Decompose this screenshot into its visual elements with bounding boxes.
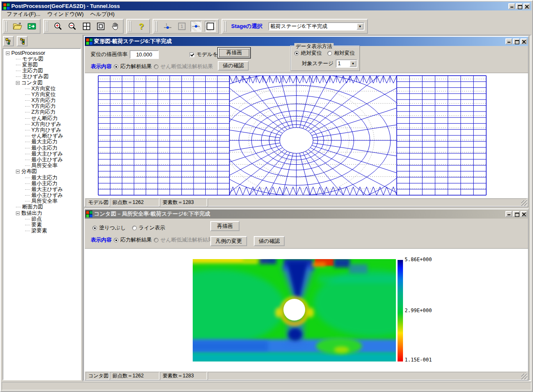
tree-connector [25,195,30,196]
toolbar-group-file [3,19,41,34]
collapse-tree-icon[interactable] [17,36,28,46]
shear-result-label: せん断低減法解析結果 [161,63,213,70]
relative-displacement-label: 相対変位 [334,50,355,57]
tree-connector [25,189,30,190]
tree-connector [16,71,21,71]
contour-window-icon [86,211,92,217]
tree-item[interactable]: 梁要素 [3,228,80,234]
redraw-button[interactable]: 再描画 [210,221,240,231]
svg-text:1: 1 [181,24,183,29]
tree-connector [16,207,21,207]
tree-connector [25,231,30,231]
application-window: PostProcessor(GeoFEAS2D) - Tunnel.loss フ… [0,0,533,392]
tree-expander-icon[interactable] [16,170,20,173]
contour-window: コンタ図－局所安全率-載荷ステージ6:下半完成 塗りつぶし ライン表示 表示内容… [84,209,529,381]
status-spacer [208,372,527,380]
expand-all-tree-icon[interactable] [3,36,14,46]
shear-result-radio[interactable] [154,64,158,69]
tree-connector [16,65,21,65]
stress-result-radio[interactable] [114,64,118,69]
stress-result-radio[interactable] [114,238,118,242]
toolbar-gripper [5,21,8,32]
value-check-button[interactable]: 値の確認 [218,61,249,71]
node-number-icon[interactable]: 1 [162,21,173,32]
legend-max-label: 5.86E+000 [405,257,432,262]
contour-window-titlebar: コンタ図－局所安全率-載荷ステージ6:下半完成 [85,209,528,219]
tree-connector [16,59,21,59]
navigation-panel: PostProcessorモデル図変形図主応力図主ひずみ図コンタ図X方向変位Y方… [2,35,83,381]
maximize-button[interactable] [513,38,520,44]
minimize-button[interactable] [505,38,512,44]
legend-change-button[interactable]: 凡例の変更 [210,236,247,246]
resize-grip[interactable] [521,374,527,379]
deformation-controls: 変位の描画倍率 モデルを描画する 再描画 表示内容 応力解析結果 せん断低減法解… [85,46,528,73]
close-button[interactable] [520,211,527,217]
status-view-type: コンタ図 [86,372,109,380]
tree-item[interactable]: 局所安全率 [3,163,80,169]
tree-expander-icon[interactable] [16,81,20,85]
maximize-button[interactable] [513,211,520,217]
redraw-button-label: 再描画 [217,223,233,230]
toolbar-gripper [45,21,48,32]
tree-connector [25,160,30,160]
content-label: 表示内容 [91,237,112,244]
chevron-down-icon[interactable]: ▼ [349,60,357,67]
toolbar-gripper [155,21,158,32]
node-marks-icon[interactable] [191,21,201,32]
value-check-button[interactable]: 値の確認 [254,236,285,246]
maximize-button[interactable] [516,3,523,9]
window-title: PostProcessor(GeoFEAS2D) - Tunnel.loss [11,3,120,9]
tree-connector [25,154,30,154]
toolbar-group-zoom [43,19,124,34]
pan-hand-icon[interactable] [110,21,120,32]
tree-expander-icon[interactable] [6,51,10,55]
tree-connector [25,94,30,95]
tree-connector [25,124,30,125]
chevron-down-icon[interactable]: ▼ [357,23,364,30]
minimize-button[interactable] [505,211,512,217]
tree-connector [25,112,30,112]
open-file-icon[interactable] [12,21,23,32]
value-check-button-label: 値の確認 [223,62,244,69]
tree-connector [25,178,30,178]
close-button[interactable] [520,38,527,44]
line-display-radio[interactable] [132,226,137,230]
legend-change-button-label: 凡例の変更 [216,238,242,245]
resize-grip[interactable] [521,200,527,206]
help-icon[interactable]: ? [136,21,147,32]
data-display-method-group: データ表示方法 絶対変位 相対変位 対象ステージ 1 ▼ [291,46,360,71]
target-stage-combobox[interactable]: 1 ▼ [336,59,357,68]
tree-item[interactable]: モデル図 [3,56,80,62]
absolute-displacement-radio[interactable] [294,51,299,56]
tree-expander-icon[interactable] [16,211,20,215]
export-model-icon[interactable] [26,21,37,32]
toolbar-group-help: ? [126,19,150,34]
zoom-in-icon[interactable] [53,21,64,32]
menu-file[interactable]: ファイル(F)... [3,10,44,19]
tree-item[interactable]: 節点 [3,216,80,222]
shear-result-radio[interactable] [154,238,158,242]
legend-mid-label: 2.99E+000 [405,308,432,313]
tree-connector [25,106,30,107]
zoom-fit-icon[interactable] [81,21,92,32]
zoom-window-icon[interactable] [95,21,106,32]
toolbar: ? 1 1 Stageの選択 載荷ステージ6:下半完成 ▼ [2,18,531,34]
element-outline-icon[interactable] [205,21,216,32]
tree-connector [25,225,30,225]
fill-display-radio[interactable] [92,226,97,230]
status-spacer [208,199,527,206]
scale-input[interactable] [130,50,159,59]
stage-select-value: 載荷ステージ6:下半完成 [270,23,327,30]
menu-help[interactable]: ヘルプ(H) [87,10,118,19]
tree-item[interactable]: 数値出力 [3,210,80,216]
element-number-icon[interactable]: 1 [176,21,187,32]
zoom-out-icon[interactable] [67,21,78,32]
svg-text:1: 1 [166,23,168,26]
close-button[interactable] [523,3,530,9]
relative-displacement-radio[interactable] [327,51,332,56]
menu-window[interactable]: ウィンドウ(W) [44,10,87,19]
stage-select-combobox[interactable]: 載荷ステージ6:下半完成 ▼ [268,22,365,31]
draw-model-checkbox[interactable] [189,52,194,57]
redraw-button[interactable]: 再描画 [218,48,250,58]
minimize-button[interactable] [508,3,515,9]
